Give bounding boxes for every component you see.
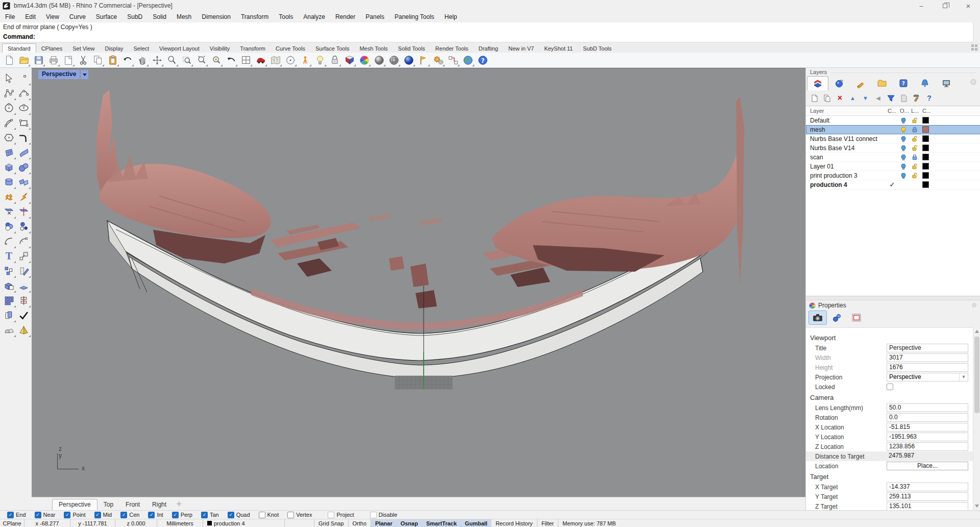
tab-render-tools[interactable]: Render Tools [430,44,474,53]
layer-color-swatch[interactable] [922,154,929,160]
earth-icon[interactable] [461,54,475,67]
menu-curve[interactable]: Curve [64,11,91,22]
tab-mesh-tools[interactable]: Mesh Tools [354,44,393,53]
x-location-input[interactable]: -51.815 [887,423,968,432]
layer-color-swatch[interactable] [922,181,929,188]
fillet-curve-icon[interactable] [2,234,16,249]
cplane-icon[interactable] [284,54,297,67]
layer-row-mesh[interactable]: mesh [806,125,980,134]
polyline-icon[interactable] [2,86,16,101]
render-materials-tab-icon[interactable] [828,76,850,90]
explode-icon[interactable] [2,189,16,204]
layers-tab-icon[interactable] [807,76,828,90]
viewport-tab-top[interactable]: Top [97,499,119,510]
files-tab-icon[interactable] [871,76,893,90]
select-cursor-icon[interactable] [2,71,16,86]
checkbox-unchecked-icon[interactable] [287,512,294,518]
properties-scrollbar[interactable] [973,327,980,510]
copy-objects-icon[interactable] [2,308,16,323]
blend-curve-icon[interactable] [16,130,31,145]
car-view-icon[interactable] [254,54,267,67]
checkbox-checked-icon[interactable] [172,512,179,518]
ellipse-icon[interactable] [16,101,31,115]
save-icon[interactable] [32,54,45,67]
layer-color-swatch[interactable] [922,126,929,133]
checkbox-checked-icon[interactable] [228,512,234,518]
move-layer-down-icon[interactable] [859,92,872,104]
viewport-perspective[interactable]: Perspective z y x [32,68,805,497]
cut-icon[interactable] [77,54,90,67]
menu-mesh[interactable]: Mesh [172,11,197,22]
tab-drafting[interactable]: Drafting [473,44,503,53]
viewport-tab-front[interactable]: Front [119,499,146,510]
layer-unlocked-icon[interactable] [911,117,918,124]
restore-button[interactable] [933,0,957,11]
layer-row-production4[interactable]: production 4 [806,180,980,189]
curve-interpolate-icon[interactable] [16,86,31,101]
osnap-quad[interactable]: Quad [228,512,250,518]
pyramid-icon[interactable] [16,323,31,338]
unparent-layer-icon[interactable] [872,92,885,104]
checkbox-checked-icon[interactable] [201,512,208,518]
col-layer[interactable]: Layer [810,108,824,114]
circle-icon[interactable] [2,101,16,115]
raytrace-flag-icon[interactable] [417,54,430,67]
menu-file[interactable]: File [0,11,20,22]
viewport-title-dropdown[interactable] [81,70,88,79]
osnap-mid[interactable]: Mid [94,512,112,518]
rotation-input[interactable]: 0.0 [887,413,968,422]
menu-panels[interactable]: Panels [360,11,389,22]
shade-icon[interactable] [343,54,356,67]
history-link-icon[interactable] [447,54,460,67]
sphere-icon[interactable] [16,160,31,175]
rectangle-icon[interactable] [16,115,31,130]
rendered-sphere-icon[interactable] [402,54,415,67]
smarttrack-toggle[interactable]: SmartTrack [422,519,461,527]
scroll-up-icon[interactable] [975,330,979,333]
gumball-toggle[interactable]: Gumball [461,519,492,527]
tab-transform[interactable]: Transform [235,44,271,53]
osnap-knot[interactable]: Knot [259,512,279,518]
help-icon[interactable]: ? [476,54,489,67]
place-button[interactable]: Place... [887,462,968,470]
menu-analyze[interactable]: Analyze [298,11,330,22]
layer-on-bulb-icon[interactable] [900,145,907,152]
annotation-tab-icon[interactable] [850,76,871,90]
minimize-button[interactable] [910,0,933,11]
command-scrollbar[interactable] [973,22,980,42]
surface-patch-icon[interactable] [16,175,31,189]
viewport-tab-perspective[interactable]: Perspective [52,499,97,510]
layer-color-swatch[interactable] [922,117,929,124]
tab-keyshot-11[interactable]: KeyShot 11 [539,44,578,53]
material-properties-tab-icon[interactable] [828,311,846,324]
viewframe-properties-tab-icon[interactable] [848,311,865,324]
cplane-button[interactable]: CPlane [0,519,24,527]
wireframe-sphere-icon[interactable] [387,54,401,67]
layer-on-bulb-icon[interactable] [900,172,907,179]
pan-hand-icon[interactable] [136,54,149,67]
page-setup-icon[interactable] [62,54,75,67]
distribute-icon[interactable] [2,264,16,278]
layer-unlocked-icon[interactable] [911,163,918,170]
osnap-near[interactable]: Near [35,512,56,518]
layer-dots-icon[interactable] [16,219,31,234]
color-wheel-icon[interactable] [358,54,371,67]
world-map-icon[interactable] [269,54,282,67]
grid-snap-toggle[interactable]: Grid Snap [314,519,349,527]
menu-help[interactable]: Help [439,11,462,22]
col-lock[interactable]: L... [911,108,919,114]
filter-layers-icon[interactable] [885,92,897,104]
zoom-window-icon[interactable] [180,54,193,67]
tab-curve-tools[interactable]: Curve Tools [271,44,310,53]
lamp-icon[interactable] [313,54,327,67]
osnap-tan[interactable]: Tan [201,512,219,518]
checkbox-checked-icon[interactable] [120,512,127,518]
menu-transform[interactable]: Transform [236,11,274,22]
tab-new-in-v7[interactable]: New in V7 [503,44,539,53]
menu-paneling-tools[interactable]: Paneling Tools [389,11,439,22]
tab-viewport-layout[interactable]: Viewport Layout [154,44,205,53]
tab-visibility[interactable]: Visibility [205,44,235,53]
osnap-vertex[interactable]: Vertex [287,512,312,518]
rotate-view-icon[interactable] [151,54,164,67]
properties-options-gear-icon[interactable]: ⚙ [971,302,977,309]
